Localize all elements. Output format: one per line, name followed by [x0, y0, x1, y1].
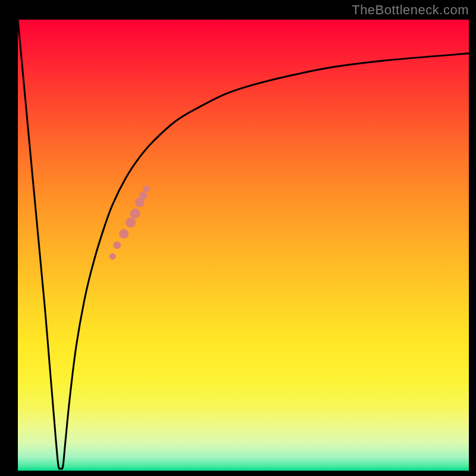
attribution-text: TheBottleneck.com — [352, 2, 469, 18]
bottleneck-curve-path — [18, 20, 469, 469]
highlight-dot — [130, 208, 140, 218]
highlight-dot — [113, 242, 121, 249]
highlight-dot — [143, 186, 150, 192]
highlight-dot — [119, 229, 129, 239]
highlight-dot — [126, 218, 136, 228]
chart-plot-area — [18, 20, 469, 471]
highlight-dot — [109, 253, 116, 259]
chart-curve-layer — [18, 20, 469, 471]
highlight-dot — [139, 192, 147, 199]
